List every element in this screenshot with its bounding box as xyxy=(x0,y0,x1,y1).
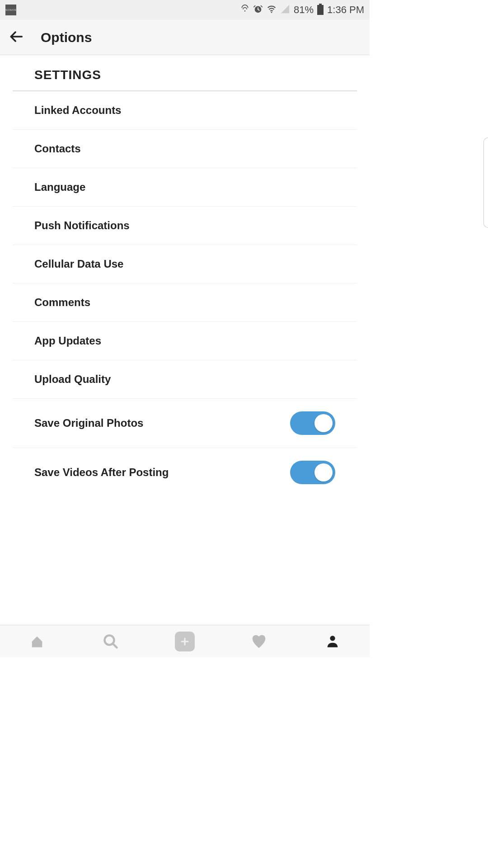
clock: 1:36 PM xyxy=(327,4,364,16)
settings-item-save-videos-after-posting: Save Videos After Posting xyxy=(13,448,357,497)
home-icon xyxy=(29,634,45,649)
sonos-app-icon: SONOS xyxy=(5,5,16,15)
status-left: SONOS xyxy=(5,5,16,15)
back-button[interactable] xyxy=(9,29,24,46)
settings-item-label: Linked Accounts xyxy=(34,104,121,117)
nav-search[interactable] xyxy=(98,629,123,654)
bottom-nav xyxy=(0,625,370,657)
status-right: 81% 1:36 PM xyxy=(240,4,364,16)
arrow-left-icon xyxy=(9,29,24,44)
settings-item-push-notifications[interactable]: Push Notifications xyxy=(13,207,357,245)
settings-item-comments[interactable]: Comments xyxy=(13,283,357,322)
svg-point-4 xyxy=(330,636,335,641)
alarm-icon xyxy=(253,4,263,16)
settings-item-language[interactable]: Language xyxy=(13,168,357,207)
nav-profile[interactable] xyxy=(320,629,345,654)
search-icon xyxy=(103,633,119,650)
toggle-thumb xyxy=(314,463,333,481)
signal-icon xyxy=(280,4,290,16)
battery-icon xyxy=(317,5,324,15)
nav-add[interactable] xyxy=(172,629,197,654)
svg-point-0 xyxy=(244,10,246,12)
svg-point-2 xyxy=(271,12,272,13)
settings-item-label: Upload Quality xyxy=(34,373,111,386)
battery-percent: 81% xyxy=(294,4,314,16)
settings-item-label: Contacts xyxy=(34,142,81,155)
sync-icon xyxy=(240,5,249,15)
app-header: Options xyxy=(0,20,370,55)
settings-item-label: Comments xyxy=(34,296,90,309)
settings-item-label: App Updates xyxy=(34,335,101,347)
toggle-thumb xyxy=(314,414,333,432)
add-icon xyxy=(175,632,195,651)
toggle-save-videos-after-posting[interactable] xyxy=(290,461,335,484)
svg-point-3 xyxy=(105,635,114,645)
settings-item-upload-quality[interactable]: Upload Quality xyxy=(13,360,357,399)
settings-item-app-updates[interactable]: App Updates xyxy=(13,322,357,360)
settings-item-label: Save Original Photos xyxy=(34,417,143,429)
settings-item-label: Save Videos After Posting xyxy=(34,466,169,479)
page-title: Options xyxy=(41,30,92,45)
settings-item-cellular-data-use[interactable]: Cellular Data Use xyxy=(13,245,357,283)
nav-activity[interactable] xyxy=(246,629,272,654)
status-bar: SONOS 81% 1:36 PM xyxy=(0,0,370,20)
settings-item-save-original-photos: Save Original Photos xyxy=(13,399,357,448)
settings-item-label: Push Notifications xyxy=(34,219,130,232)
settings-item-label: Language xyxy=(34,181,85,193)
nav-home[interactable] xyxy=(24,629,50,654)
profile-icon xyxy=(325,634,340,649)
toggle-save-original-photos[interactable] xyxy=(290,411,335,435)
settings-content[interactable]: SETTINGS Linked Accounts Contacts Langua… xyxy=(0,55,370,625)
settings-item-linked-accounts[interactable]: Linked Accounts xyxy=(13,91,357,130)
heart-icon xyxy=(250,633,267,650)
settings-item-label: Cellular Data Use xyxy=(34,258,123,270)
wifi-icon xyxy=(267,4,277,16)
section-header-settings: SETTINGS xyxy=(13,55,357,91)
settings-item-contacts[interactable]: Contacts xyxy=(13,130,357,168)
